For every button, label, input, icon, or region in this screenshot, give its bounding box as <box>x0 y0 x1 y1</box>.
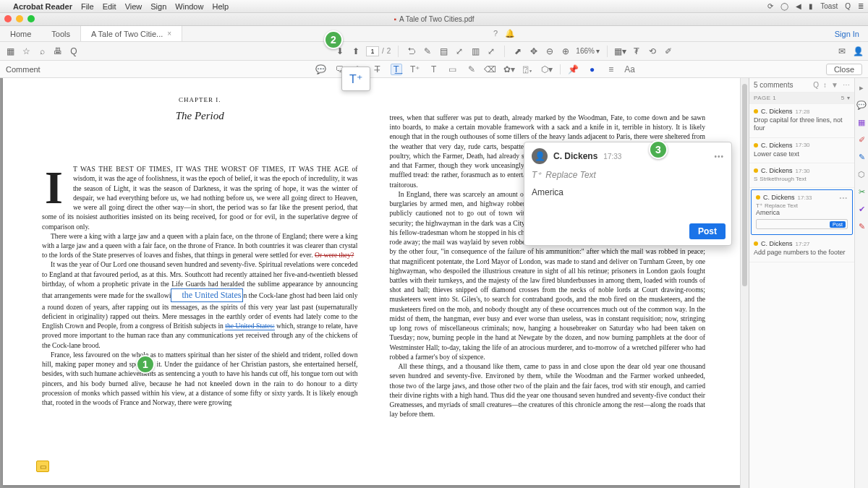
comment-item-1[interactable]: C. Dickens17:28 Drop capital for three l… <box>749 104 854 138</box>
menu-view[interactable]: View <box>125 2 142 11</box>
tool-icon-c[interactable]: ▤ <box>438 46 449 57</box>
comment-item-3[interactable]: C. Dickens17:30 SStrikethrough Text <box>749 163 854 188</box>
tab-tools[interactable]: Tools <box>41 26 80 41</box>
strip-edit-icon[interactable]: ✐ <box>856 134 867 145</box>
strip-collapse-icon[interactable]: ▸ <box>856 82 867 93</box>
menu-window[interactable]: Window <box>175 2 203 11</box>
strip-organize-icon[interactable]: ▦ <box>856 117 867 127</box>
mac-menubar: Acrobat Reader File Edit View Sign Windo… <box>0 0 868 13</box>
mini-post-button[interactable]: Post <box>830 221 846 228</box>
comment-item-2[interactable]: C. Dickens17:30 Lower case text <box>749 138 854 164</box>
popup-body[interactable]: America <box>524 184 731 219</box>
comments-panel: 5 comments Q ↕ ▼ ⋯ PAGE 1 5 ▾ C. Dickens… <box>749 78 855 488</box>
font-tool-icon[interactable]: Aa <box>624 64 636 75</box>
comment-time: 17:30 <box>796 142 810 148</box>
post-button[interactable]: Post <box>689 223 726 239</box>
stamp-tool-icon[interactable]: ✿▾ <box>503 64 515 75</box>
toast-label[interactable]: Toast <box>820 2 838 10</box>
account-icon[interactable]: 👤 <box>852 46 864 57</box>
menu-file[interactable]: File <box>81 2 94 11</box>
close-comment-button[interactable]: Close <box>826 64 862 75</box>
page-current-input[interactable] <box>366 46 379 56</box>
zoom-out-icon[interactable]: ⊖ <box>544 46 556 57</box>
comments-more-icon[interactable]: ⋯ <box>843 81 850 89</box>
window-title: A Tale of Two Cities.pdf <box>399 15 475 23</box>
eraser-tool-icon[interactable]: ⌫ <box>485 64 496 75</box>
scrollbar-vertical[interactable] <box>740 78 749 488</box>
search-icon[interactable]: Q <box>68 46 80 57</box>
strip-fill-icon[interactable]: ✎ <box>856 152 867 162</box>
color-tool-icon[interactable]: ● <box>587 64 598 75</box>
spotlight-icon[interactable]: Q <box>845 2 851 10</box>
star-icon[interactable]: ☆ <box>20 46 32 57</box>
tool-icon-b[interactable]: ✎ <box>422 46 433 57</box>
comment-item-5[interactable]: C. Dickens17:27 Add page numbers to the … <box>749 236 854 262</box>
page-up-icon[interactable]: ⬆ <box>350 46 362 57</box>
strip-export-icon[interactable]: ✂ <box>856 187 867 197</box>
replace-text-tool-icon[interactable]: T͟ <box>391 64 402 75</box>
tab-document[interactable]: A Tale of Two Citie... × <box>80 26 182 41</box>
close-tab-icon[interactable]: × <box>167 30 171 38</box>
share-icon[interactable]: ✉ <box>836 46 848 57</box>
app-name[interactable]: Acrobat Reader <box>13 2 72 11</box>
layout-icon[interactable]: ▦▾ <box>615 46 626 57</box>
status-icon-3[interactable]: ◀ <box>796 2 801 10</box>
save-icon[interactable]: ⌕ <box>36 46 48 57</box>
help-icon[interactable]: ? <box>493 29 498 38</box>
textbox-tool-icon[interactable]: ▭ <box>447 64 459 75</box>
signin-link[interactable]: Sign In <box>826 30 868 38</box>
bell-icon[interactable]: 🔔 <box>505 29 515 38</box>
cursor-icon[interactable]: ⬈ <box>512 46 524 57</box>
maximize-window-button[interactable] <box>27 15 35 22</box>
pencil-tool-icon[interactable]: ✎ <box>466 64 477 75</box>
comments-filter-icon[interactable]: ▼ <box>831 81 838 89</box>
edit-icon[interactable]: ✐ <box>663 46 674 57</box>
text-tool-icon[interactable]: T <box>428 64 440 75</box>
popup-type-label: Replace Text <box>545 170 596 180</box>
popup-more-icon[interactable]: ••• <box>714 153 724 160</box>
menu-help[interactable]: Help <box>212 2 229 11</box>
tool-icon-d[interactable]: ⤢ <box>454 46 465 57</box>
print-icon[interactable]: 🖶 <box>52 46 64 57</box>
close-window-button[interactable] <box>4 15 12 22</box>
strip-sign-icon[interactable]: ✔ <box>856 204 867 214</box>
lineweight-tool-icon[interactable]: ≡ <box>605 64 617 75</box>
attach-tool-icon[interactable]: ⍰▾ <box>522 64 534 75</box>
tool-icon-a[interactable]: ⮌ <box>406 46 417 57</box>
tool-icon-e[interactable]: ▥ <box>469 46 481 57</box>
sidebar-toggle-icon[interactable]: ▦ <box>4 46 16 57</box>
replace-text-box[interactable]: the United States <box>171 288 243 302</box>
hand-icon[interactable]: ✥ <box>528 46 540 57</box>
page-count-dropdown[interactable]: 5 ▾ <box>841 95 850 101</box>
minimize-window-button[interactable] <box>16 15 23 22</box>
zoom-in-icon[interactable]: ⊕ <box>560 46 571 57</box>
floating-replace-tool[interactable]: T⁺ <box>341 67 370 91</box>
comments-sort-icon[interactable]: ↕ <box>823 81 827 89</box>
shapes-tool-icon[interactable]: ⬡▾ <box>541 64 553 75</box>
strikethrough-tool-icon[interactable]: T̶ <box>372 64 383 75</box>
sticky-note-icon[interactable]: ▭ <box>36 461 49 472</box>
strip-shape-icon[interactable]: ⬡ <box>856 169 867 179</box>
doc-tab-label: A Tale of Two Citie... <box>91 30 163 38</box>
scrollbar-thumb[interactable] <box>742 84 747 286</box>
status-icon-1[interactable]: ⟳ <box>767 2 773 10</box>
status-icon-4[interactable]: ▮ <box>809 2 813 10</box>
read-icon[interactable]: ₮ <box>631 46 642 57</box>
tool-icon-f[interactable]: ⤢ <box>485 46 497 57</box>
sticky-note-tool-icon[interactable]: 💬 <box>315 64 327 75</box>
tab-home[interactable]: Home <box>0 26 41 41</box>
menu-icon[interactable]: ≣ <box>858 2 864 10</box>
strip-more-icon[interactable]: ✎ <box>856 221 867 231</box>
menu-edit[interactable]: Edit <box>103 2 116 11</box>
reply-input[interactable]: Post <box>756 219 848 229</box>
comments-search-icon[interactable]: Q <box>813 81 819 89</box>
strip-comment-icon[interactable]: 💬 <box>856 100 867 110</box>
menu-sign[interactable]: Sign <box>150 2 166 11</box>
pin-tool-icon[interactable]: 📌 <box>568 64 579 75</box>
zoom-display[interactable]: 166% ▾ <box>576 47 600 55</box>
comment-more-icon[interactable]: ••• <box>840 194 848 201</box>
status-icon-2[interactable]: ◯ <box>780 2 788 10</box>
comment-item-4-active[interactable]: C. Dickens17:33••• T⁺Replace Text Americ… <box>751 189 853 235</box>
rotate-icon[interactable]: ⟲ <box>647 46 658 57</box>
insert-text-tool-icon[interactable]: T⁺ <box>409 64 421 75</box>
